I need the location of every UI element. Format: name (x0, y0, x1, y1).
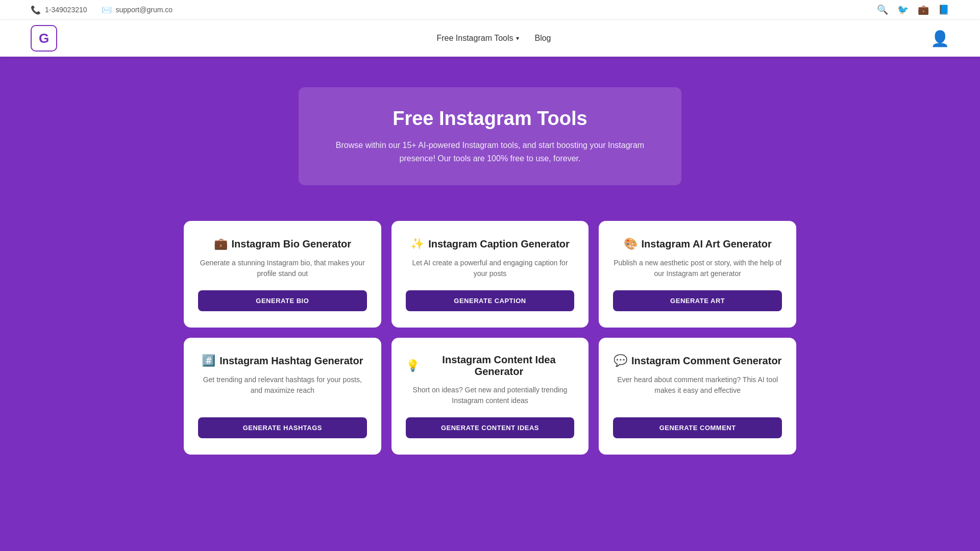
email-icon: ✉️ (102, 5, 112, 15)
top-bar-contacts: 📞 1-349023210 ✉️ support@grum.co (31, 5, 173, 15)
phone-icon: 📞 (31, 5, 41, 15)
phone-number: 1-349023210 (45, 6, 87, 14)
hero-section: Free Instagram Tools Browse within our 1… (0, 57, 980, 206)
facebook-icon[interactable]: 📘 (938, 4, 949, 15)
generate-hashtags-button[interactable]: GENERATE HASHTAGS (198, 417, 367, 438)
linkedin-icon[interactable]: 💼 (918, 4, 929, 15)
card-caption-title: Instagram Caption Generator (428, 238, 570, 250)
nav-links: Free Instagram Tools ▾ Blog (436, 34, 551, 43)
card-bio-desc: Generate a stunning Instagram bio, that … (198, 258, 367, 279)
card-comment-generator: 💬 Instagram Comment Generator Ever heard… (599, 338, 796, 455)
card-caption-desc: Let AI create a powerful and engaging ca… (406, 258, 575, 279)
card-content-idea-generator: 💡 Instagram Content Idea Generator Short… (391, 338, 589, 455)
hero-description: Browse within our 15+ AI-powered Instagr… (329, 139, 651, 165)
generate-art-button[interactable]: GENERATE ART (613, 290, 782, 311)
nav-label-tools: Free Instagram Tools (436, 34, 513, 43)
card-comment-title: Instagram Comment Generator (631, 355, 782, 367)
card-comment-emoji: 💬 (614, 354, 627, 367)
hero-card: Free Instagram Tools Browse within our 1… (299, 87, 681, 185)
card-caption-emoji: ✨ (410, 237, 424, 251)
cards-section: 💼 Instagram Bio Generator Generate a stu… (0, 206, 980, 475)
top-bar: 📞 1-349023210 ✉️ support@grum.co 🔍 🐦 💼 📘 (0, 0, 980, 20)
user-icon[interactable]: 👤 (930, 30, 949, 47)
card-caption-generator: ✨ Instagram Caption Generator Let AI cre… (391, 221, 589, 328)
generate-bio-button[interactable]: GENERATE BIO (198, 290, 367, 311)
generate-caption-button[interactable]: GENERATE CAPTION (406, 290, 575, 311)
card-bio-generator: 💼 Instagram Bio Generator Generate a stu… (184, 221, 381, 328)
card-art-generator: 🎨 Instagram AI Art Generator Publish a n… (599, 221, 796, 328)
nav-item-tools[interactable]: Free Instagram Tools ▾ (436, 34, 519, 43)
card-hashtag-generator: #️⃣ Instagram Hashtag Generator Get tren… (184, 338, 381, 455)
generate-comment-button[interactable]: GENERATE COMMENT (613, 417, 782, 438)
card-comment-desc: Ever heard about comment marketing? This… (613, 374, 782, 406)
twitter-icon[interactable]: 🐦 (897, 4, 909, 15)
logo-container[interactable]: G (31, 25, 57, 52)
hero-title: Free Instagram Tools (329, 108, 651, 130)
email-address: support@grum.co (116, 6, 173, 14)
card-bio-title: Instagram Bio Generator (232, 238, 352, 250)
card-art-title: Instagram AI Art Generator (642, 238, 772, 250)
card-content-emoji: 💡 (406, 359, 420, 372)
card-hashtag-emoji: #️⃣ (202, 354, 215, 367)
logo-letter: G (39, 31, 49, 46)
nav-item-blog[interactable]: Blog (534, 34, 551, 43)
logo-box: G (31, 25, 57, 52)
navbar: G Free Instagram Tools ▾ Blog 👤 (0, 20, 980, 57)
card-content-desc: Short on ideas? Get new and potentially … (406, 385, 575, 406)
generate-content-ideas-button[interactable]: GENERATE CONTENT IDEAS (406, 417, 575, 438)
card-content-title: Instagram Content Idea Generator (424, 354, 575, 378)
email-contact: ✉️ support@grum.co (102, 5, 173, 15)
social-links: 🔍 🐦 💼 📘 (877, 4, 949, 15)
card-bio-emoji: 💼 (214, 237, 228, 251)
cards-grid: 💼 Instagram Bio Generator Generate a stu… (184, 221, 796, 455)
card-hashtag-desc: Get trending and relevant hashtags for y… (198, 374, 367, 406)
chevron-down-icon: ▾ (516, 35, 519, 42)
card-art-emoji: 🎨 (624, 237, 638, 251)
card-art-desc: Publish a new aesthetic post or story, w… (613, 258, 782, 279)
card-hashtag-title: Instagram Hashtag Generator (219, 355, 363, 367)
phone-contact: 📞 1-349023210 (31, 5, 87, 15)
nav-label-blog: Blog (534, 34, 551, 43)
search-icon[interactable]: 🔍 (877, 4, 888, 15)
